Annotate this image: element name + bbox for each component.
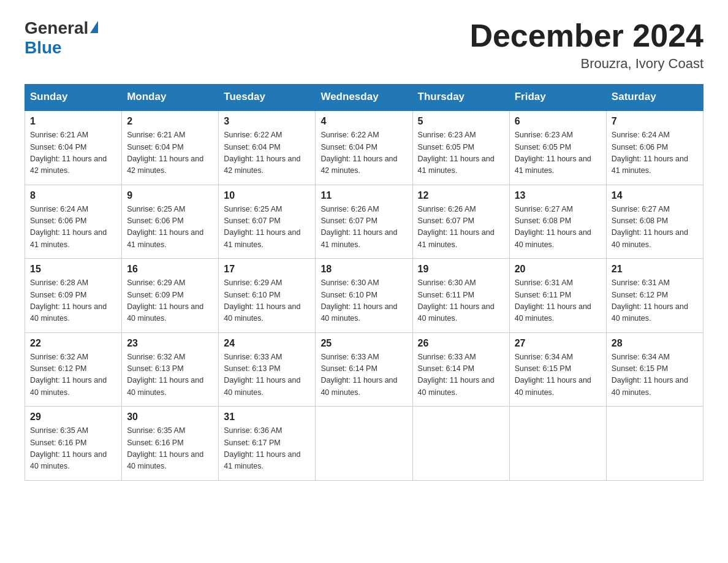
day-number: 5 (418, 116, 504, 127)
day-number: 1 (30, 116, 116, 127)
day-number: 29 (30, 412, 116, 423)
day-info: Sunrise: 6:21 AMSunset: 6:04 PMDaylight:… (30, 131, 107, 175)
day-number: 3 (224, 116, 310, 127)
day-info: Sunrise: 6:33 AMSunset: 6:14 PMDaylight:… (320, 353, 397, 397)
day-info: Sunrise: 6:33 AMSunset: 6:14 PMDaylight:… (418, 353, 495, 397)
day-info: Sunrise: 6:25 AMSunset: 6:06 PMDaylight:… (127, 205, 203, 249)
calendar-day-cell: 20 Sunrise: 6:31 AMSunset: 6:11 PMDaylig… (509, 259, 606, 333)
day-number: 31 (224, 412, 310, 423)
day-info: Sunrise: 6:21 AMSunset: 6:04 PMDaylight:… (127, 131, 203, 175)
calendar-day-cell: 4 Sunrise: 6:22 AMSunset: 6:04 PMDayligh… (316, 110, 412, 185)
calendar-day-cell: 2 Sunrise: 6:21 AMSunset: 6:04 PMDayligh… (122, 110, 219, 185)
day-info: Sunrise: 6:35 AMSunset: 6:16 PMDaylight:… (30, 426, 107, 470)
calendar-day-cell: 5 Sunrise: 6:23 AMSunset: 6:05 PMDayligh… (412, 110, 509, 185)
calendar-day-cell: 25 Sunrise: 6:33 AMSunset: 6:14 PMDaylig… (316, 332, 412, 407)
logo-triangle-icon (90, 21, 98, 33)
day-number: 24 (224, 338, 310, 349)
day-info: Sunrise: 6:29 AMSunset: 6:09 PMDaylight:… (127, 278, 203, 323)
day-info: Sunrise: 6:34 AMSunset: 6:15 PMDaylight:… (612, 353, 688, 397)
day-info: Sunrise: 6:35 AMSunset: 6:16 PMDaylight:… (127, 426, 203, 470)
calendar-day-cell: 3 Sunrise: 6:22 AMSunset: 6:04 PMDayligh… (219, 110, 316, 185)
day-info: Sunrise: 6:33 AMSunset: 6:13 PMDaylight:… (224, 353, 300, 397)
day-number: 21 (612, 264, 698, 275)
day-info: Sunrise: 6:27 AMSunset: 6:08 PMDaylight:… (515, 205, 591, 249)
day-info: Sunrise: 6:26 AMSunset: 6:07 PMDaylight:… (418, 205, 495, 249)
day-number: 11 (320, 190, 407, 201)
calendar-day-cell (606, 407, 703, 481)
header-tuesday: Tuesday (219, 85, 316, 110)
day-number: 9 (127, 190, 213, 201)
calendar-day-cell (412, 407, 509, 481)
logo-blue-text: Blue (25, 38, 62, 57)
calendar-day-cell: 28 Sunrise: 6:34 AMSunset: 6:15 PMDaylig… (606, 332, 703, 407)
calendar-table: Sunday Monday Tuesday Wednesday Thursday… (25, 84, 703, 481)
day-number: 20 (515, 264, 601, 275)
location: Brouzra, Ivory Coast (469, 56, 703, 72)
day-info: Sunrise: 6:24 AMSunset: 6:06 PMDaylight:… (30, 205, 107, 249)
calendar-week-row: 8 Sunrise: 6:24 AMSunset: 6:06 PMDayligh… (25, 185, 703, 259)
calendar-day-cell: 11 Sunrise: 6:26 AMSunset: 6:07 PMDaylig… (316, 185, 412, 259)
day-number: 27 (515, 338, 601, 349)
calendar-day-cell: 19 Sunrise: 6:30 AMSunset: 6:11 PMDaylig… (412, 259, 509, 333)
day-info: Sunrise: 6:24 AMSunset: 6:06 PMDaylight:… (612, 131, 688, 175)
calendar-day-cell: 9 Sunrise: 6:25 AMSunset: 6:06 PMDayligh… (122, 185, 219, 259)
day-number: 25 (320, 338, 407, 349)
day-number: 16 (127, 264, 213, 275)
day-number: 10 (224, 190, 310, 201)
day-info: Sunrise: 6:28 AMSunset: 6:09 PMDaylight:… (30, 278, 107, 323)
day-number: 22 (30, 338, 116, 349)
header-sunday: Sunday (25, 85, 122, 110)
day-number: 4 (320, 116, 407, 127)
calendar-day-cell: 13 Sunrise: 6:27 AMSunset: 6:08 PMDaylig… (509, 185, 606, 259)
day-info: Sunrise: 6:23 AMSunset: 6:05 PMDaylight:… (515, 131, 591, 175)
calendar-day-cell: 1 Sunrise: 6:21 AMSunset: 6:04 PMDayligh… (25, 110, 122, 185)
calendar-week-row: 22 Sunrise: 6:32 AMSunset: 6:12 PMDaylig… (25, 332, 703, 407)
day-number: 26 (418, 338, 504, 349)
calendar-day-cell: 10 Sunrise: 6:25 AMSunset: 6:07 PMDaylig… (219, 185, 316, 259)
calendar-day-cell: 16 Sunrise: 6:29 AMSunset: 6:09 PMDaylig… (122, 259, 219, 333)
calendar-day-cell: 21 Sunrise: 6:31 AMSunset: 6:12 PMDaylig… (606, 259, 703, 333)
logo-general-text: General (25, 18, 88, 38)
day-number: 14 (612, 190, 698, 201)
calendar-day-cell: 8 Sunrise: 6:24 AMSunset: 6:06 PMDayligh… (25, 185, 122, 259)
day-info: Sunrise: 6:31 AMSunset: 6:12 PMDaylight:… (612, 278, 688, 323)
month-title: December 2024 (469, 18, 703, 53)
day-info: Sunrise: 6:26 AMSunset: 6:07 PMDaylight:… (320, 205, 397, 249)
calendar-day-cell: 31 Sunrise: 6:36 AMSunset: 6:17 PMDaylig… (219, 407, 316, 481)
day-number: 18 (320, 264, 407, 275)
day-info: Sunrise: 6:32 AMSunset: 6:13 PMDaylight:… (127, 353, 203, 397)
calendar-day-cell: 24 Sunrise: 6:33 AMSunset: 6:13 PMDaylig… (219, 332, 316, 407)
calendar-day-cell: 29 Sunrise: 6:35 AMSunset: 6:16 PMDaylig… (25, 407, 122, 481)
calendar-day-cell: 27 Sunrise: 6:34 AMSunset: 6:15 PMDaylig… (509, 332, 606, 407)
calendar-day-cell: 14 Sunrise: 6:27 AMSunset: 6:08 PMDaylig… (606, 185, 703, 259)
calendar-day-cell: 18 Sunrise: 6:30 AMSunset: 6:10 PMDaylig… (316, 259, 412, 333)
day-info: Sunrise: 6:34 AMSunset: 6:15 PMDaylight:… (515, 353, 591, 397)
day-number: 28 (612, 338, 698, 349)
calendar-day-cell (316, 407, 412, 481)
day-info: Sunrise: 6:25 AMSunset: 6:07 PMDaylight:… (224, 205, 300, 249)
calendar-day-cell: 12 Sunrise: 6:26 AMSunset: 6:07 PMDaylig… (412, 185, 509, 259)
day-number: 13 (515, 190, 601, 201)
header-friday: Friday (509, 85, 606, 110)
day-number: 2 (127, 116, 213, 127)
logo: General Blue (25, 18, 98, 58)
day-number: 7 (612, 116, 698, 127)
day-info: Sunrise: 6:23 AMSunset: 6:05 PMDaylight:… (418, 131, 495, 175)
calendar-day-cell: 30 Sunrise: 6:35 AMSunset: 6:16 PMDaylig… (122, 407, 219, 481)
day-info: Sunrise: 6:30 AMSunset: 6:10 PMDaylight:… (320, 278, 397, 323)
day-info: Sunrise: 6:30 AMSunset: 6:11 PMDaylight:… (418, 278, 495, 323)
day-number: 17 (224, 264, 310, 275)
day-number: 15 (30, 264, 116, 275)
calendar-day-cell: 6 Sunrise: 6:23 AMSunset: 6:05 PMDayligh… (509, 110, 606, 185)
calendar-week-row: 1 Sunrise: 6:21 AMSunset: 6:04 PMDayligh… (25, 110, 703, 185)
header-thursday: Thursday (412, 85, 509, 110)
day-number: 6 (515, 116, 601, 127)
day-info: Sunrise: 6:27 AMSunset: 6:08 PMDaylight:… (612, 205, 688, 249)
title-block: December 2024 Brouzra, Ivory Coast (469, 18, 703, 72)
calendar-day-cell (509, 407, 606, 481)
calendar-day-cell: 22 Sunrise: 6:32 AMSunset: 6:12 PMDaylig… (25, 332, 122, 407)
calendar-week-row: 29 Sunrise: 6:35 AMSunset: 6:16 PMDaylig… (25, 407, 703, 481)
day-number: 30 (127, 412, 213, 423)
day-number: 19 (418, 264, 504, 275)
day-number: 8 (30, 190, 116, 201)
